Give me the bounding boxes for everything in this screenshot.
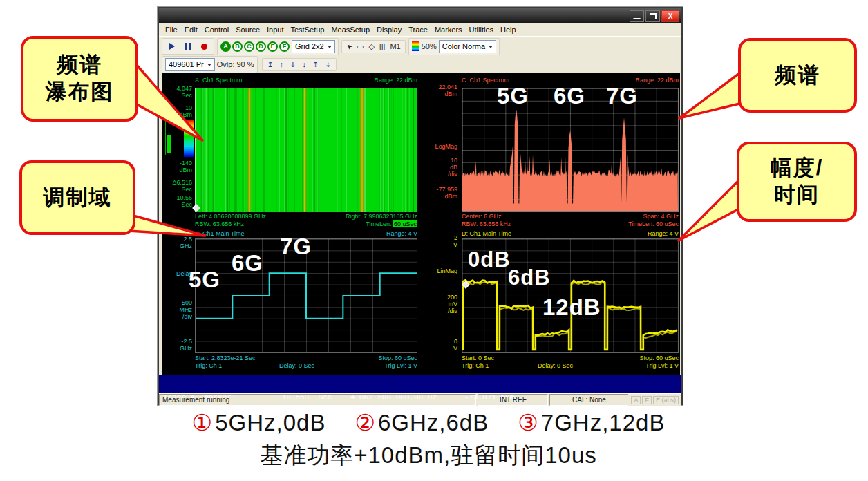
menu-item-trace[interactable]: Trace bbox=[405, 25, 431, 35]
caption-item: ②6GHz,6dB bbox=[355, 409, 489, 436]
overlay-label-6g: 6G bbox=[554, 83, 585, 109]
callout-tail-amplitude bbox=[679, 180, 739, 240]
spectrogram-noise-stripe bbox=[302, 88, 303, 212]
menu-item-markers[interactable]: Markers bbox=[431, 25, 466, 35]
color-mode-select[interactable]: Color Norma bbox=[439, 40, 496, 53]
status-flag-a: A bbox=[631, 396, 641, 404]
panel-b-trig: Trig: Ch 1 bbox=[195, 362, 256, 370]
panel-b-stop: Stop: 60 uSec bbox=[378, 355, 417, 362]
spectrogram-noise-stripe bbox=[365, 88, 366, 212]
zoom-percent[interactable]: 50% bbox=[422, 42, 437, 50]
callout-tail-spectrum bbox=[679, 73, 739, 118]
marker-to-max-icon[interactable]: ↥ bbox=[265, 60, 276, 69]
panel-b-range: Range: 4 V bbox=[386, 230, 417, 237]
callout-modulation-line1: 调制域 bbox=[44, 185, 112, 211]
marker-diamond-tool-icon[interactable]: ◇ bbox=[367, 42, 375, 51]
recall-group: 409601 Pr Ovlp: 90 % bbox=[162, 56, 258, 73]
channel-d-button[interactable]: D bbox=[256, 41, 266, 52]
panel-d-format: LinMag bbox=[427, 267, 457, 274]
amp-time-plot[interactable]: 0dB 6dB 12dB bbox=[462, 238, 679, 353]
spectrogram-signal-line-7ghz bbox=[361, 88, 363, 212]
marker-to-min-icon[interactable]: ↧ bbox=[287, 60, 298, 69]
panel-d-trig: Trig: Ch 1 bbox=[462, 362, 494, 370]
spectrogram-noise-stripe bbox=[261, 88, 261, 212]
band-markers-tool-icon[interactable]: ||| bbox=[378, 42, 387, 50]
caption-text: 6GHz,6dB bbox=[378, 410, 489, 435]
spectrum-plot[interactable]: 5G 6G 7G bbox=[462, 88, 679, 212]
spectrogram-noise-stripe bbox=[276, 88, 277, 212]
panel-c-y-bottom: -77.959 dBm bbox=[427, 186, 457, 200]
panel-d-y-bottom: 0 V bbox=[427, 338, 457, 352]
panel-b-start: Start: 2.8323e-21 Sec bbox=[195, 355, 256, 362]
channel-b-button[interactable]: B bbox=[232, 41, 243, 52]
transport-group bbox=[162, 38, 214, 55]
spectrogram-noise-stripe bbox=[334, 88, 334, 212]
color-mode-value: Color Norma bbox=[442, 42, 485, 50]
peak-search-up-icon[interactable]: ⇡ bbox=[310, 60, 321, 69]
panel-c-span: Span: 4 GHz bbox=[628, 213, 679, 220]
menu-item-source[interactable]: Source bbox=[232, 25, 263, 35]
menu-item-input[interactable]: Input bbox=[263, 25, 287, 35]
close-button[interactable]: X bbox=[661, 10, 679, 22]
spectrogram-noise-stripe bbox=[203, 88, 204, 212]
caption-item: ③7GHz,12dB bbox=[518, 409, 665, 436]
channel-a-button[interactable]: A bbox=[220, 41, 231, 52]
spectrogram-signal-line-5ghz bbox=[249, 88, 250, 212]
pause-icon bbox=[185, 43, 191, 50]
menu-item-control[interactable]: Control bbox=[201, 25, 232, 35]
spectrogram-plot[interactable] bbox=[195, 88, 417, 212]
zoom-rect-tool-icon[interactable]: ▭ bbox=[355, 42, 365, 51]
freq-time-plot[interactable]: 5G 6G 7G bbox=[195, 238, 417, 353]
callout-amplitude-time: 幅度/ 时间 bbox=[737, 142, 857, 222]
channel-f-button[interactable]: F bbox=[279, 41, 290, 52]
grid-layout-select[interactable]: Grid 2x2 bbox=[292, 40, 335, 53]
recall-value: 409601 Pr bbox=[169, 60, 204, 68]
callout-modulation: 调制域 bbox=[19, 160, 135, 235]
restore-button[interactable] bbox=[645, 10, 660, 22]
spectrogram-noise-stripe bbox=[313, 88, 314, 212]
record-icon bbox=[201, 44, 207, 50]
menu-item-meassetup[interactable]: MeasSetup bbox=[328, 25, 373, 35]
menu-item-utilities[interactable]: Utilities bbox=[466, 25, 497, 35]
play-button[interactable] bbox=[165, 40, 179, 53]
caption-line2: 基准功率+10dBm,驻留时间10us bbox=[155, 440, 701, 471]
pause-button[interactable] bbox=[181, 40, 195, 53]
menu-item-testsetup[interactable]: TestSetup bbox=[287, 25, 328, 35]
channel-buttons: ABCDEF bbox=[220, 41, 290, 52]
caption-number: ② bbox=[355, 410, 376, 435]
channel-e-button[interactable]: E bbox=[267, 41, 278, 52]
spectrogram-noise-stripe bbox=[380, 88, 381, 212]
status-flag-e: E (abs) bbox=[653, 396, 679, 404]
channel-c-button[interactable]: C bbox=[244, 41, 254, 52]
minimize-button[interactable]: — bbox=[630, 10, 644, 22]
toolbar-main: ABCDEF Grid 2x2 ➤▭◇|||M1 50% Color Norma bbox=[159, 37, 681, 56]
panel-c-spectrum: C: Ch1 Spectrum Range: 22 dBm 22.041 dBm… bbox=[427, 75, 680, 229]
color-scale-bar bbox=[184, 120, 194, 157]
titlebar[interactable]: — X bbox=[159, 8, 681, 23]
overlay-label-5g: 5G bbox=[189, 267, 220, 293]
cursor-tool-icon[interactable]: ➤ bbox=[343, 41, 355, 53]
menu-item-file[interactable]: File bbox=[162, 25, 181, 35]
panel-b-y-top: 2.5 GHz bbox=[162, 236, 192, 249]
display-area: A: Ch1 Spectrum Range: 22 dBm 4.047 Sec … bbox=[162, 73, 680, 375]
record-button[interactable] bbox=[197, 40, 211, 53]
overlay-label-12db: 12dB bbox=[542, 294, 601, 321]
panel-a-rbw: RBW: 63.656 kHz bbox=[195, 220, 266, 228]
spectrogram-noise-stripe bbox=[240, 88, 240, 212]
callout-amplitude-line2: 时间 bbox=[774, 182, 820, 209]
caption-number: ① bbox=[192, 410, 214, 435]
menu-item-display[interactable]: Display bbox=[373, 25, 405, 35]
peak-search-down-icon[interactable]: ⇣ bbox=[323, 60, 333, 69]
spectrogram-noise-stripe bbox=[409, 88, 410, 212]
spectrogram-noise-stripe bbox=[208, 88, 209, 212]
menu-item-help[interactable]: Help bbox=[497, 25, 520, 35]
menu-item-edit[interactable]: Edit bbox=[181, 25, 201, 35]
panel-d-y-top: 2 V bbox=[427, 234, 457, 248]
recall-select[interactable]: 409601 Pr bbox=[165, 58, 215, 71]
color-group: 50% Color Norma bbox=[408, 38, 500, 55]
restore-icon bbox=[650, 13, 657, 19]
spectrogram-noise-stripe bbox=[267, 88, 267, 212]
marker1-tool-icon[interactable]: M1 bbox=[388, 42, 402, 50]
marker-down-icon[interactable]: ↓ bbox=[301, 60, 309, 68]
marker-up-icon[interactable]: ↑ bbox=[278, 60, 286, 68]
